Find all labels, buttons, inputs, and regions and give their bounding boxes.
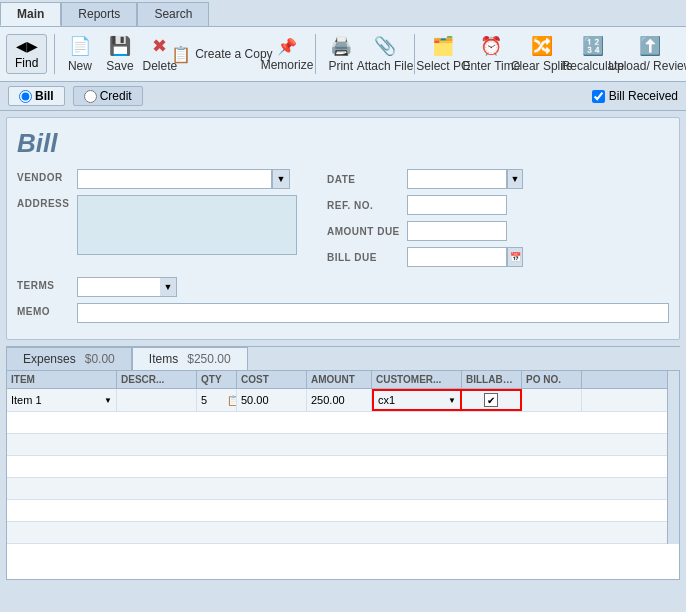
terms-dropdown-arrow[interactable]: ▼	[160, 278, 176, 296]
item-select-wrapper[interactable]: ▼	[11, 394, 112, 406]
table-row-empty-2	[7, 434, 667, 456]
terms-select[interactable]: ▼	[77, 277, 177, 297]
attach-file-button[interactable]: 📎 Attach File	[363, 31, 408, 77]
item-input[interactable]	[11, 394, 104, 406]
delete-icon: ✖	[152, 35, 167, 57]
time-icon: ⏰	[480, 35, 502, 57]
td-item[interactable]: ▼	[7, 389, 117, 411]
print-icon: 🖨️	[330, 35, 352, 57]
terms-input[interactable]	[78, 278, 160, 296]
expenses-label: Expenses	[23, 352, 76, 366]
clear-splits-icon: 🔀	[531, 35, 553, 57]
vendor-input[interactable]: vnd1	[77, 169, 272, 189]
new-icon: 📄	[69, 35, 91, 57]
td-customer[interactable]: ▼	[372, 389, 462, 411]
separator-1	[54, 34, 55, 74]
td-billable[interactable]: ✔	[462, 389, 522, 411]
td-cost[interactable]	[237, 389, 307, 411]
item-dropdown-arrow[interactable]: ▼	[104, 396, 112, 405]
td-qty[interactable]: 📋	[197, 389, 237, 411]
terms-row: TERMS ▼	[17, 277, 669, 297]
address-row: ADDRESS	[17, 195, 297, 255]
th-billable: BILLABLE...	[462, 371, 522, 388]
select-po-icon: 🗂️	[432, 35, 454, 57]
create-copy-button[interactable]: 📋 Create a Copy	[182, 41, 262, 68]
ref-no-label: REF. NO.	[327, 200, 407, 211]
items-table: ITEM DESCR... QTY COST AMOUNT CUSTOMER..…	[6, 370, 680, 580]
table-row-empty-6	[7, 522, 667, 544]
table-row-empty-1	[7, 412, 667, 434]
address-label: ADDRESS	[17, 195, 77, 209]
th-customer: CUSTOMER...	[372, 371, 462, 388]
date-row: DATE 03/04/2023 ▼	[327, 169, 669, 189]
th-descr: DESCR...	[117, 371, 197, 388]
tab-main[interactable]: Main	[0, 2, 61, 26]
enter-time-button[interactable]: ⏰ Enter Time	[469, 31, 514, 77]
bill-form: Bill VENDOR vnd1 ▼ ADDRESS DATE 03/04/20…	[6, 117, 680, 340]
select-po-button[interactable]: 🗂️ Select PO	[422, 31, 465, 77]
th-item: ITEM	[7, 371, 117, 388]
vendor-label: VENDOR	[17, 169, 77, 183]
qty-input[interactable]	[201, 394, 225, 406]
bill-radio[interactable]: Bill	[8, 86, 65, 106]
memorize-button[interactable]: 📌 Memorize	[266, 33, 308, 76]
expenses-tab[interactable]: Expenses $0.00	[6, 347, 132, 370]
separator-2	[315, 34, 316, 74]
memo-input[interactable]	[77, 303, 669, 323]
calendar-button[interactable]: 📅	[507, 247, 523, 267]
items-tab[interactable]: Items $250.00	[132, 347, 248, 370]
th-pono: PO NO.	[522, 371, 582, 388]
customer-dropdown-arrow[interactable]: ▼	[448, 396, 456, 405]
customer-input[interactable]	[378, 394, 448, 406]
vendor-select[interactable]: vnd1 ▼	[77, 169, 297, 189]
vendor-dropdown-arrow[interactable]: ▼	[272, 169, 290, 189]
table-row-empty-4	[7, 478, 667, 500]
td-amount[interactable]	[307, 389, 372, 411]
date-dropdown[interactable]: ▼	[507, 169, 523, 189]
table-row: ▼ 📋	[7, 389, 667, 412]
bill-due-input[interactable]: 03/14/2023	[407, 247, 507, 267]
td-descr[interactable]	[117, 389, 197, 411]
new-button[interactable]: 📄 New	[62, 31, 98, 77]
td-pono[interactable]	[522, 389, 582, 411]
ref-no-input[interactable]	[407, 195, 507, 215]
save-button[interactable]: 💾 Save	[102, 31, 138, 77]
bill-due-row: BILL DUE 03/14/2023 📅	[327, 247, 669, 267]
billable-checkbox[interactable]: ✔	[484, 393, 498, 407]
date-input[interactable]: 03/04/2023	[407, 169, 507, 189]
memo-label: MEMO	[17, 303, 77, 317]
table-row-empty-3	[7, 456, 667, 478]
bill-due-label: BILL DUE	[327, 252, 407, 263]
items-label: Items	[149, 352, 178, 366]
ref-no-row: REF. NO.	[327, 195, 669, 215]
bill-received-checkbox[interactable]	[592, 90, 605, 103]
address-box[interactable]	[77, 195, 297, 255]
copy-icon: 📋	[171, 45, 191, 64]
amount-input[interactable]	[311, 394, 367, 406]
bill-radio-input[interactable]	[19, 90, 32, 103]
expenses-amount: $0.00	[85, 352, 115, 366]
vendor-row: VENDOR vnd1 ▼	[17, 169, 297, 189]
pono-input[interactable]	[526, 394, 577, 406]
bill-label: Bill	[35, 89, 54, 103]
qty-icon: 📋	[227, 395, 237, 406]
memo-row: MEMO	[17, 303, 669, 323]
bill-due-wrapper: 03/14/2023 📅	[407, 247, 523, 267]
scrollbar[interactable]	[667, 371, 679, 544]
tab-search[interactable]: Search	[137, 2, 209, 26]
print-button[interactable]: 🖨️ Print	[323, 31, 359, 77]
credit-radio-input[interactable]	[84, 90, 97, 103]
customer-select-wrapper[interactable]: ▼	[378, 394, 456, 406]
bill-title: Bill	[17, 128, 669, 159]
cost-input[interactable]	[241, 394, 302, 406]
tab-reports[interactable]: Reports	[61, 2, 137, 26]
amount-due-input[interactable]: 250.00	[407, 221, 507, 241]
clear-splits-button[interactable]: 🔀 Clear Splits	[518, 31, 565, 77]
items-amount: $250.00	[187, 352, 230, 366]
upload-review-button[interactable]: ⬆️ Upload/ Review	[621, 31, 680, 77]
descr-input[interactable]	[121, 394, 192, 406]
credit-radio[interactable]: Credit	[73, 86, 143, 106]
th-qty: QTY	[197, 371, 237, 388]
find-button[interactable]: ◀▶ Find	[6, 34, 47, 74]
right-fields: DATE 03/04/2023 ▼ REF. NO. AMOUNT DUE 25…	[327, 169, 669, 273]
